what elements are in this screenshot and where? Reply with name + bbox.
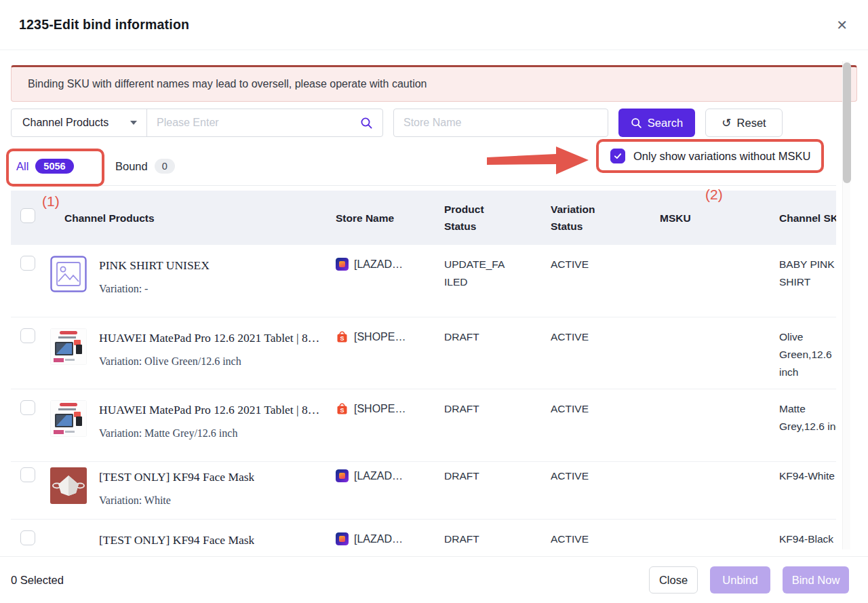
msku-filter-checkbox[interactable] (610, 149, 625, 163)
lazada-icon (336, 258, 349, 271)
modal-header: 1235-Edit bind information ✕ (0, 0, 868, 50)
product-status: DRAFT (434, 328, 540, 346)
product-status: UPDATE_FAILED (434, 256, 540, 291)
product-image (50, 256, 87, 292)
tab-all[interactable]: All 5056 (16, 159, 74, 174)
lazada-icon (336, 469, 349, 482)
tabs-divider (11, 185, 836, 186)
bind-now-button[interactable]: Bind Now (783, 566, 849, 594)
variation-status: ACTIVE (540, 328, 649, 346)
table-row: HUAWEI MatePad Pro 12.6 2021 Tablet | 8…… (11, 389, 836, 462)
msku-filter-label: Only show variations without MSKU (633, 150, 810, 163)
row-checkbox[interactable] (20, 530, 35, 545)
store-name-placeholder: Store Name (403, 117, 461, 129)
products-table: Channel Products Store Name Product Stat… (11, 191, 836, 548)
table-row: [TEST ONLY] KF94 Face Mask [LAZAD… DRAFT… (11, 520, 836, 548)
search-button-label: Search (648, 117, 683, 130)
search-button[interactable]: Search (618, 109, 695, 137)
row-checkbox[interactable] (20, 256, 35, 271)
search-compound: Channel Products Please Enter (11, 109, 383, 137)
tab-bound[interactable]: Bound 0 (115, 159, 175, 174)
channel-sku: Matte Grey,12.6 inch (779, 400, 836, 435)
col-channel-sku: Channel SKU (768, 210, 836, 227)
row-checkbox[interactable] (20, 467, 35, 482)
vertical-scrollbar-track (842, 61, 850, 549)
table-header-row: Channel Products Store Name Product Stat… (11, 191, 836, 245)
shopee-icon: S (336, 402, 349, 415)
reset-button-label: Reset (737, 117, 766, 130)
tab-all-label: All (16, 160, 28, 173)
product-image (50, 328, 87, 365)
footer-buttons: Close Unbind Bind Now (649, 566, 849, 594)
unbind-button[interactable]: Unbind (710, 566, 770, 594)
col-store-name: Store Name (326, 210, 434, 227)
svg-text:S: S (340, 335, 344, 342)
tab-bound-count-badge: 0 (155, 159, 175, 174)
close-icon[interactable]: ✕ (836, 18, 848, 32)
tabs-row: All 5056 Bound 0 Only show variations wi… (11, 137, 857, 191)
table-row: [TEST ONLY] KF94 Face Mask Variation: Wh… (11, 462, 836, 520)
col-msku: MSKU (649, 210, 768, 227)
col-product-status: Product Status (434, 201, 540, 235)
col-variation-status: Variation Status (540, 201, 649, 235)
variation-status: ACTIVE (540, 467, 649, 485)
channel-sku: BABY PINK SHIRT (779, 256, 836, 291)
store-name: [SHOPE… (354, 328, 406, 346)
table-body: PINK SHIRT UNISEX Variation: - [LAZAD… U… (11, 245, 836, 548)
svg-text:S: S (340, 407, 344, 414)
shopee-icon: S (336, 330, 349, 343)
product-name: [TEST ONLY] KF94 Face Mask (99, 468, 254, 486)
product-variation: Variation: Matte Grey/12.6 inch (99, 425, 319, 442)
keyword-input[interactable]: Please Enter (147, 109, 382, 136)
store-name: [LAZAD… (354, 256, 403, 273)
modal-footer: 0 Selected Close Unbind Bind Now (0, 556, 868, 603)
search-button-icon (631, 117, 642, 129)
product-variation: Variation: White (99, 492, 254, 509)
channel-sku: KF94-White (779, 467, 836, 485)
channel-sku: KF94-Black (779, 530, 836, 548)
store-name: [LAZAD… (354, 530, 403, 548)
product-status: DRAFT (434, 400, 540, 418)
modal-body: Binding SKU with different names may lea… (0, 65, 868, 548)
lazada-icon (336, 532, 349, 545)
search-type-value: Channel Products (22, 117, 108, 129)
col-channel-products: Channel Products (50, 210, 326, 227)
product-status: DRAFT (434, 467, 540, 485)
modal-title: 1235-Edit bind information (19, 17, 189, 33)
product-name: HUAWEI MatePad Pro 12.6 2021 Tablet | 8… (99, 401, 319, 419)
reset-icon: ↺ (722, 117, 731, 129)
annotation-arrow (486, 145, 594, 179)
vertical-scrollbar-thumb[interactable] (843, 62, 851, 183)
filter-row: Channel Products Please Enter Store Name… (11, 109, 857, 137)
product-name: HUAWEI MatePad Pro 12.6 2021 Tablet | 8… (99, 329, 319, 347)
warning-text: Binding SKU with different names may lea… (28, 78, 427, 90)
product-name: PINK SHIRT UNISEX (99, 256, 210, 274)
table-row: PINK SHIRT UNISEX Variation: - [LAZAD… U… (11, 245, 836, 317)
product-status: DRAFT (434, 530, 540, 548)
tab-bound-label: Bound (115, 160, 148, 173)
store-name: [SHOPE… (354, 400, 406, 418)
reset-button[interactable]: ↺ Reset (705, 109, 783, 137)
selected-count: 0 Selected (11, 574, 64, 587)
warning-banner: Binding SKU with different names may lea… (11, 65, 857, 102)
channel-sku: Olive Green,12.6 inch (779, 328, 836, 381)
product-image (50, 400, 87, 437)
store-name-input[interactable]: Store Name (393, 109, 608, 137)
product-image (50, 467, 87, 504)
tab-all-count-badge: 5056 (35, 159, 73, 174)
variation-status: ACTIVE (540, 256, 649, 273)
table-row: HUAWEI MatePad Pro 12.6 2021 Tablet | 8…… (11, 317, 836, 389)
product-variation: Variation: - (99, 280, 210, 298)
chevron-down-icon (130, 121, 137, 125)
variation-status: ACTIVE (540, 530, 649, 548)
annotation-box-msku-filter: Only show variations without MSKU (596, 139, 824, 173)
close-button[interactable]: Close (649, 566, 698, 594)
store-name: [LAZAD… (354, 467, 403, 485)
row-checkbox[interactable] (20, 400, 35, 415)
product-name: [TEST ONLY] KF94 Face Mask (99, 531, 254, 548)
variation-status: ACTIVE (540, 400, 649, 418)
select-all-checkbox[interactable] (20, 208, 35, 223)
search-type-dropdown[interactable]: Channel Products (12, 109, 147, 136)
search-icon[interactable] (360, 117, 373, 130)
row-checkbox[interactable] (20, 328, 35, 343)
